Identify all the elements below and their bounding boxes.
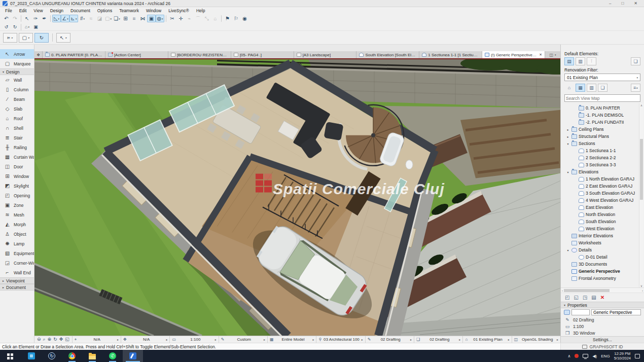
maximize-button[interactable]: □: [621, 1, 624, 6]
scissors-icon[interactable]: ✂: [168, 15, 176, 22]
taskbar-app-explorer[interactable]: [82, 350, 102, 362]
clock[interactable]: 12:29 PM 5/10/2024: [614, 351, 631, 361]
new-folder-icon[interactable]: ◳: [583, 295, 587, 300]
zoom-out-icon[interactable]: ⊖: [37, 337, 41, 342]
undo-icon[interactable]: ↶: [2, 15, 11, 22]
settings-button[interactable]: Settings...: [561, 336, 644, 343]
favorites-stack-icon[interactable]: ▤: [564, 57, 574, 65]
tree-expander-icon[interactable]: ▾: [566, 248, 570, 252]
antivirus-tray-icon[interactable]: [575, 354, 579, 358]
toolbox-tool[interactable]: ≣ Stair: [0, 133, 34, 142]
tree-item[interactable]: 1 North Elevation GARAJ: [573, 175, 638, 183]
tree-item[interactable]: South Elevation: [573, 218, 638, 225]
cutting-planes-icon[interactable]: ◍ ▾: [156, 15, 164, 22]
taskbar-app-archicad[interactable]: [123, 350, 143, 362]
tree-vertical-scrollbar[interactable]: ∧ ∨: [639, 103, 643, 287]
renovation-filter-selector[interactable]: ⌂ 01 Existing Plan ▸: [462, 336, 511, 343]
toolbox-tool[interactable]: ▣ Zone: [0, 200, 34, 210]
column-default-icon[interactable]: ⊺: [587, 57, 596, 65]
flag-icon[interactable]: ⚑: [223, 15, 232, 22]
tab-close-icon[interactable]: ✕: [539, 53, 542, 57]
list-options-icon[interactable]: ≡▸: [631, 84, 640, 92]
menu-item[interactable]: Window: [142, 8, 165, 13]
tree-item[interactable]: Worksheets: [566, 239, 638, 246]
fillet-icon[interactable]: ⌒: [194, 15, 202, 22]
dimension-icon[interactable]: ⌗: [130, 15, 138, 22]
tree-expander-icon[interactable]: ▸: [566, 135, 570, 138]
toolbox-tool[interactable]: ⌂ Roof: [0, 114, 34, 123]
quick-layers-icon[interactable]: ⊞: [121, 15, 130, 22]
clone-folder-icon[interactable]: ◱: [574, 295, 578, 300]
flag-outline-icon[interactable]: ⚐: [232, 15, 240, 22]
scrollbar-thumb[interactable]: [564, 289, 610, 292]
separator[interactable]: [166, 15, 166, 22]
separator[interactable]: [50, 15, 51, 22]
toolbox-tool[interactable]: ⌐ Wall End: [0, 268, 34, 277]
3d-viewport[interactable]: ✕ Spatii Comerciale Cluj: [34, 59, 560, 336]
tree-item[interactable]: 3 South Elevation GARAJ: [573, 190, 638, 197]
intersect-icon[interactable]: ⋈: [138, 15, 147, 22]
quad-view-button[interactable]: ❖: [34, 51, 43, 58]
tree-item[interactable]: 2 Sectiunea 2-2: [573, 154, 638, 161]
separator[interactable]: [21, 15, 21, 22]
tree-item[interactable]: West Elevation: [573, 225, 638, 232]
rotate-right-icon[interactable]: ↻: [11, 24, 19, 30]
drafting-selector[interactable]: ❏ 02 Drafting ▸: [414, 336, 462, 343]
align-icon[interactable]: ⌂: [211, 15, 220, 22]
marquee-view-icon[interactable]: ▣: [147, 15, 156, 22]
separator[interactable]: [221, 15, 222, 22]
project-chooser-icon[interactable]: ⌂: [564, 84, 574, 92]
tree-expander-icon[interactable]: ▾: [566, 142, 570, 146]
toolbox-tool[interactable]: ◩ Skylight: [0, 181, 34, 191]
tree-item[interactable]: ▾ Details: [566, 246, 638, 254]
view-map-icon[interactable]: ▦: [576, 84, 585, 92]
menu-item[interactable]: Design: [47, 8, 67, 13]
tree-item[interactable]: Interior Elevations: [566, 232, 638, 239]
toolbox-tool[interactable]: ◭ Morph: [0, 220, 34, 229]
close-button[interactable]: ✕: [634, 1, 637, 6]
tree-item[interactable]: 4 West Elevation GARAJ: [573, 197, 638, 204]
view-tab[interactable]: [A3 Landscape]: [294, 51, 357, 58]
coordinate-box-button[interactable]: ▢ ▸: [19, 33, 33, 43]
tree-item[interactable]: D-01 Detail: [573, 254, 638, 261]
pet-palette-button[interactable]: ⫢ ▸: [3, 33, 17, 43]
tab-overflow-button[interactable]: ◫ ▾: [545, 51, 560, 58]
virtual-trace-icon[interactable]: ❏ ▾: [113, 15, 121, 22]
guide-lines-icon[interactable]: ◺ ▾: [52, 15, 61, 22]
editing-plane-icon[interactable]: ◪: [95, 15, 104, 22]
info-box-icon[interactable]: ▣: [31, 24, 40, 30]
view-tab[interactable]: [05- PAG4 .]: [231, 51, 294, 58]
toolbox-tool[interactable]: ◲ Corner-Win...: [0, 258, 34, 268]
new-viewpoint-icon[interactable]: ◰: [565, 295, 569, 300]
tree-item[interactable]: 0. PLAN PARTER: [573, 104, 638, 112]
tree-item[interactable]: ▸ Structural Plans: [566, 133, 638, 140]
scrollbar-thumb[interactable]: [640, 139, 643, 200]
properties-header[interactable]: ▾ Properties: [561, 302, 644, 308]
graphisoft-id[interactable]: GRAPHISOFT ID: [560, 343, 644, 350]
publisher-icon[interactable]: ❏: [598, 84, 607, 92]
zoom-reset-icon[interactable]: ⌕: [43, 337, 46, 342]
tree-item[interactable]: ▾ Sections: [566, 140, 638, 147]
toolbox-tool[interactable]: ⊞ Window: [0, 171, 34, 181]
resize-icon[interactable]: ⤡: [202, 15, 211, 22]
network-tray-icon[interactable]: [583, 354, 588, 358]
gravity-icon[interactable]: ≈: [87, 15, 95, 22]
tree-item[interactable]: Frontal Axonometry: [566, 275, 638, 282]
tree-item[interactable]: ▾ Elevations: [566, 168, 638, 175]
view-tab[interactable]: 0. PLAN PARTER [0. PLAN PARTE...: [43, 51, 105, 58]
dimension-style-selector[interactable]: ✎ 02 Drafting ▸: [365, 336, 414, 343]
menu-item[interactable]: Teamwork: [116, 8, 142, 13]
volume-tray-icon[interactable]: ◀): [592, 354, 597, 358]
search-view-map-box[interactable]: [564, 94, 640, 102]
separator[interactable]: [21, 24, 21, 30]
toolbox-tool[interactable]: ╫ Railing: [0, 142, 34, 152]
render-mode-selector[interactable]: ◫ OpenGL Shading ▸: [512, 336, 560, 343]
toolbox-tool[interactable]: ◫ Door: [0, 162, 34, 171]
tree-expander-icon[interactable]: ▸: [566, 128, 570, 131]
trace-reference-icon[interactable]: ▢ ▾: [104, 15, 113, 22]
grid-snap-icon[interactable]: # ▾: [78, 15, 87, 22]
tree-item[interactable]: 3 Sectiunea 3-3: [573, 161, 638, 168]
camera-selector[interactable]: ⌖ N/A ▸: [72, 336, 121, 343]
orbit-mode-button[interactable]: ↻: [34, 33, 49, 43]
viewpoint-name-field[interactable]: [591, 309, 641, 315]
